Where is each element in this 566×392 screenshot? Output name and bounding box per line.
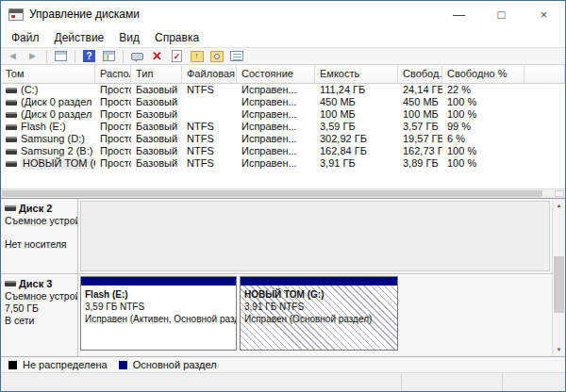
toolbar-separator (123, 50, 124, 63)
partition-label: Flash (E:) (85, 288, 232, 301)
status-cell (402, 373, 503, 391)
volume-name: (C:) (21, 84, 38, 96)
disk-icon (5, 205, 16, 211)
disk-2-label[interactable]: Диск 2 Съемное устройство Нет носителя (1, 199, 78, 273)
forward-icon: ► (27, 51, 38, 61)
folder-up-icon: ↑ (191, 51, 204, 62)
status-bar (1, 372, 565, 391)
column-header-free[interactable]: Свобод... (398, 65, 442, 83)
column-header-filesystem[interactable]: Файловая с... (182, 65, 237, 83)
table-row[interactable]: (Диск 0 раздел 2) Простой Базовый Исправ… (1, 108, 565, 121)
horizontal-scrollbar-thumb[interactable] (2, 190, 542, 197)
column-header-volume[interactable]: Том (1, 65, 95, 83)
menu-view[interactable]: Вид (111, 29, 147, 46)
disk-size: 7,50 ГБ (5, 302, 77, 315)
disk-kind: Съемное устройство (5, 215, 77, 227)
volume-list-header: Том Располо... Тип Файловая с... Состоян… (1, 65, 565, 84)
table-row[interactable]: (C:) Простой Базовый NTFS Исправен... 11… (1, 84, 565, 96)
horizontal-scrollbar[interactable] (1, 188, 565, 198)
disk-name: Диск 3 (19, 278, 52, 289)
scroll-down-button[interactable]: ▼ (553, 343, 565, 356)
console-window-button[interactable] (53, 49, 69, 63)
title-bar: Управление дисками — □ × (1, 1, 565, 27)
disk-3-graph: Flash (E:) 3,59 ГБ NTFS Исправен (Активе… (78, 274, 552, 356)
column-header-blank (524, 65, 565, 83)
vertical-scrollbar-thumb[interactable] (554, 256, 564, 313)
show-console-tree-button[interactable] (101, 49, 117, 63)
column-header-layout[interactable]: Располо... (95, 65, 131, 83)
disk-status: Нет носителя (5, 238, 77, 251)
partition-flash-e[interactable]: Flash (E:) 3,59 ГБ NTFS Исправен (Активе… (80, 276, 237, 351)
disk-kind: Съемное устройство (5, 290, 77, 302)
screentip-button[interactable] (129, 49, 145, 63)
primary-partition-bar (241, 277, 397, 286)
toolbar: ◄ ► ? ✕ ✓ ↑ (1, 47, 565, 65)
volume-icon (6, 88, 17, 93)
list-empty-area (1, 170, 565, 188)
delete-icon: ✕ (152, 50, 162, 62)
forward-button[interactable]: ► (25, 49, 41, 63)
help-icon: ? (83, 50, 95, 62)
volume-icon (6, 137, 17, 142)
folder-search-icon (210, 51, 224, 62)
folder-search-button[interactable] (208, 49, 225, 63)
menu-action[interactable]: Действие (47, 29, 112, 46)
table-row[interactable]: Samsung 2 (B:) Простой Базовый NTFS Испр… (1, 145, 565, 157)
unallocated-swatch (8, 361, 17, 369)
no-media-area (80, 201, 550, 271)
disk-2-graph (78, 199, 552, 273)
properties-icon (230, 51, 243, 61)
vertical-scrollbar[interactable]: ▲ ▼ (552, 199, 565, 356)
minimize-button[interactable]: — (438, 1, 480, 27)
column-header-capacity[interactable]: Емкость (315, 65, 398, 83)
window-title: Управление дисками (29, 8, 140, 21)
screentip-icon (131, 53, 143, 60)
disk-management-window: Управление дисками — □ × Файл Действие В… (0, 0, 566, 392)
column-header-free-pct[interactable]: Свободно % (442, 65, 524, 83)
scroll-right-button[interactable] (555, 190, 564, 197)
check-document-button[interactable]: ✓ (169, 49, 185, 63)
disk-status: В сети (5, 315, 77, 327)
properties-button[interactable] (228, 49, 244, 63)
disk-3-label[interactable]: Диск 3 Съемное устройство 7,50 ГБ В сети (1, 274, 78, 356)
volume-name: Samsung (D:) (21, 133, 85, 145)
volume-name: (Диск 0 раздел 2) (21, 108, 95, 121)
table-row[interactable]: (Диск 0 раздел 1) Простой Базовый Исправ… (1, 96, 565, 108)
window-controls: — □ × (438, 1, 565, 27)
volume-name: Flash (E:) (21, 121, 66, 133)
volume-icon (6, 149, 17, 155)
delete-button[interactable]: ✕ (149, 49, 165, 63)
menu-bar: Файл Действие Вид Справка (1, 27, 565, 47)
disk-2-row[interactable]: Диск 2 Съемное устройство Нет носителя (1, 199, 552, 274)
menu-help[interactable]: Справка (147, 29, 207, 46)
legend-unallocated: Не распределена (23, 359, 108, 370)
partition-size: 3,59 ГБ NTFS (85, 301, 232, 313)
table-row-selected[interactable]: НОВЫЙ ТОМ (G:) Простой Базовый NTFS Испр… (1, 157, 565, 170)
disk-3-row[interactable]: Диск 3 Съемное устройство 7,50 ГБ В сети… (1, 274, 552, 356)
volume-icon (6, 112, 17, 118)
column-header-status[interactable]: Состояние (237, 65, 315, 83)
disk-name: Диск 2 (19, 203, 52, 214)
close-button[interactable]: × (523, 1, 565, 27)
table-row[interactable]: Samsung (D:) Простой Базовый NTFS Исправ… (1, 133, 565, 145)
partition-status: Исправен (Активен, Основной разд (85, 313, 232, 325)
table-row[interactable]: Flash (E:) Простой Базовый NTFS Исправен… (1, 121, 565, 133)
scroll-up-button[interactable]: ▲ (553, 199, 565, 212)
column-header-type[interactable]: Тип (131, 65, 182, 83)
legend-bar: Не распределена Основной раздел (1, 356, 565, 372)
console-window-icon (55, 51, 67, 61)
disk-management-app-icon (8, 8, 24, 21)
volume-name: (Диск 0 раздел 1) (21, 96, 95, 108)
folder-up-button[interactable]: ↑ (189, 49, 205, 63)
partition-new-volume-g[interactable]: НОВЫЙ ТОМ (G:) 3,91 ГБ NTFS Исправен (Ос… (240, 276, 398, 351)
partition-label: НОВЫЙ ТОМ (G:) (244, 288, 393, 301)
volume-icon (6, 100, 17, 106)
help-button[interactable]: ? (81, 49, 97, 63)
volume-name: НОВЫЙ ТОМ (G:) (21, 157, 95, 170)
menu-file[interactable]: Файл (4, 29, 47, 46)
back-button[interactable]: ◄ (5, 49, 21, 63)
primary-partition-swatch (119, 361, 127, 369)
legend-primary-partition: Основной раздел (133, 359, 217, 370)
partition-status: Исправен (Основной раздел) (244, 313, 393, 325)
maximize-button[interactable]: □ (480, 1, 523, 27)
